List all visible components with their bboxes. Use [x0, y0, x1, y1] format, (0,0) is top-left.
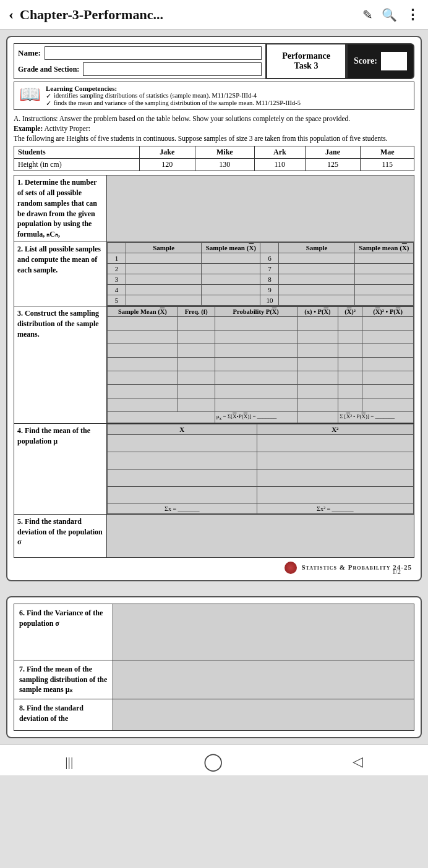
sample-row-2: 2 7	[108, 264, 414, 274]
perf-task-text: PerformanceTask 3	[282, 51, 330, 71]
comp-item-2-text: finds the mean and variance of the sampl…	[54, 99, 301, 107]
num-3: 3	[108, 274, 126, 285]
dist-col-2: Freq. (f)	[178, 307, 215, 317]
comp-item-2: ✓ finds the mean and variance of the sam…	[46, 99, 301, 107]
learning-competencies: 📖 Learning Competencies: ✓ identifies sa…	[14, 82, 414, 110]
top-bar-icons: ✎ 🔍 ⋮	[362, 7, 419, 23]
sample-4[interactable]	[126, 285, 201, 295]
q7-number: 7.	[19, 665, 25, 673]
q8-answer[interactable]	[113, 699, 414, 730]
comp-title: Learning Competencies:	[46, 85, 301, 92]
menu-icon: |||	[65, 754, 73, 770]
mean-3[interactable]	[202, 274, 260, 285]
instructions-text: A. Instructions: Answer the problem base…	[14, 115, 350, 122]
page-number: 1/2	[392, 568, 401, 575]
sample-2[interactable]	[126, 264, 201, 274]
dist-row-5	[108, 371, 414, 385]
q1-row: 1. Determine the number of sets of all p…	[14, 175, 414, 242]
nav-back[interactable]: ◁	[353, 754, 363, 770]
q1-text: Determine the number of sets of all poss…	[17, 178, 97, 238]
grade-input[interactable]	[83, 62, 262, 76]
sample-8[interactable]	[279, 274, 354, 285]
sample-10[interactable]	[279, 295, 354, 306]
score-input[interactable]	[381, 52, 407, 70]
sample-5[interactable]	[126, 295, 201, 306]
num-7: 7	[260, 264, 279, 274]
more-icon[interactable]: ⋮	[406, 7, 419, 23]
page-break	[0, 588, 428, 590]
book-icon: 📖	[19, 86, 41, 103]
sample-7[interactable]	[279, 264, 354, 274]
back-icon[interactable]: ‹	[9, 6, 14, 23]
q4-text: Find the mean of the population μ	[17, 426, 90, 445]
nav-home[interactable]: ◯	[203, 751, 223, 772]
q1-number: 1.	[17, 178, 23, 187]
mean-4[interactable]	[202, 285, 260, 295]
mean-row-1	[108, 434, 414, 452]
mean-10[interactable]	[354, 295, 413, 306]
col-empty-1	[108, 243, 126, 253]
mean-col-x2: X²	[257, 424, 413, 434]
num-6: 6	[260, 253, 279, 264]
dist-inner-table: Sample Mean (X) Freq. (f) Probability P(…	[107, 306, 414, 423]
num-9: 9	[260, 285, 279, 295]
edit-icon[interactable]: ✎	[362, 7, 373, 22]
q3-answer[interactable]: Sample Mean (X) Freq. (f) Probability P(…	[107, 306, 414, 424]
mean-row-3	[108, 469, 414, 486]
q6-answer[interactable]	[113, 604, 414, 660]
sample-row-4: 4 9	[108, 285, 414, 295]
row-mae-val: 115	[361, 159, 414, 171]
mean-8[interactable]	[354, 274, 413, 285]
sample-9[interactable]	[279, 285, 354, 295]
mean-9[interactable]	[354, 285, 413, 295]
q8-number: 8.	[19, 704, 25, 712]
sample-6[interactable]	[279, 253, 354, 264]
mean-row-4	[108, 486, 414, 504]
dist-row-4	[108, 358, 414, 371]
q5-answer[interactable]	[107, 514, 414, 557]
page-1: Name: Grade and Section: PerformanceTask…	[6, 36, 422, 581]
row-height-label: Height (in cm)	[14, 159, 140, 171]
q2-text: List all possible samples and compute th…	[17, 245, 101, 274]
logo-circle	[285, 562, 297, 574]
example-label: Example:	[14, 125, 43, 132]
sample-3[interactable]	[126, 274, 201, 285]
name-input[interactable]	[45, 46, 262, 60]
mean-5[interactable]	[202, 295, 260, 306]
sample-1[interactable]	[126, 253, 201, 264]
mean-1[interactable]	[202, 253, 260, 264]
row-jane-val: 125	[305, 159, 361, 171]
mean-inner-table: X X²	[107, 424, 414, 514]
num-1: 1	[108, 253, 126, 264]
q1-label: 1. Determine the number of sets of all p…	[14, 175, 107, 242]
instructions: A. Instructions: Answer the problem base…	[14, 114, 414, 143]
mean-2[interactable]	[202, 264, 260, 274]
student-table: Students Jake Mike Ark Jane Mae Height (…	[14, 146, 414, 171]
dist-row-2	[108, 331, 414, 344]
col-mean-2: Sample mean (X)	[354, 243, 413, 253]
q4-answer[interactable]: X X²	[107, 423, 414, 514]
q8-container: 8. Find the standard deviation of the	[14, 699, 414, 731]
mean-7[interactable]	[354, 264, 413, 274]
table-row: Height (in cm) 120 130 110 125 115	[14, 159, 414, 171]
q6-container: 6. Find the Variance of the population σ	[14, 604, 414, 660]
col-empty-2	[260, 243, 279, 253]
back-nav-icon: ◁	[353, 754, 363, 770]
q2-label: 2. List all possible samples and compute…	[14, 242, 107, 306]
col-mae: Mae	[361, 146, 414, 159]
mean-6[interactable]	[354, 253, 413, 264]
col-students: Students	[14, 146, 140, 159]
score-label: Score:	[354, 56, 377, 66]
dist-col-4: (x) • P(X)	[297, 307, 338, 317]
q7-answer[interactable]	[113, 660, 414, 699]
sample-inner-table: Sample Sample mean (X) Sample Sample mea…	[107, 242, 414, 306]
row-ark-val: 110	[254, 159, 305, 171]
intro-text: The following are Heights of five studen…	[14, 135, 388, 142]
search-icon[interactable]: 🔍	[382, 7, 397, 22]
q5-label: 5. Find the standard deviation of the po…	[14, 514, 107, 557]
page-title: Chapter-3-Performanc...	[20, 7, 356, 23]
q1-answer[interactable]	[107, 175, 414, 242]
q2-answer[interactable]: Sample Sample mean (X) Sample Sample mea…	[107, 242, 414, 306]
nav-menu[interactable]: |||	[65, 754, 73, 770]
comp-text: Learning Competencies: ✓ identifies samp…	[46, 85, 301, 107]
